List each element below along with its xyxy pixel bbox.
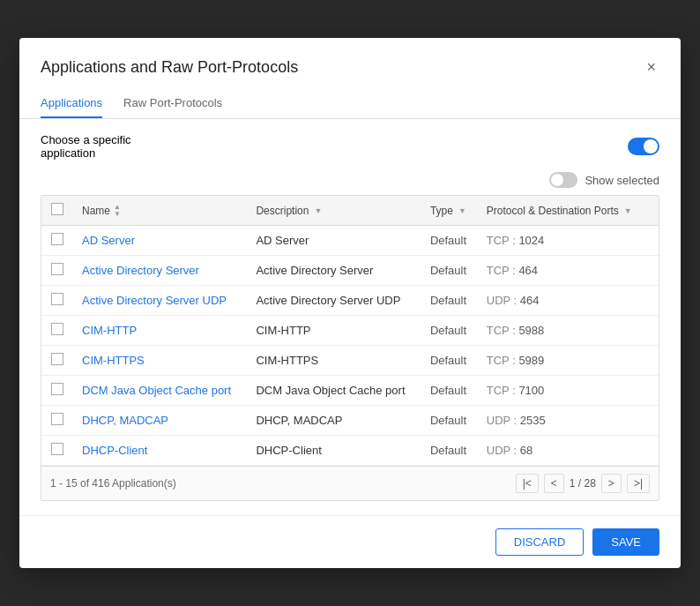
pagination-row: 1 - 15 of 416 Application(s) |< < 1 / 28… — [41, 466, 659, 500]
table-scroll-area[interactable]: Name ▲▼ Description ▼ — [41, 196, 659, 466]
tab-raw-port-protocols[interactable]: Raw Port-Protocols — [123, 89, 222, 118]
applications-table-container: Name ▲▼ Description ▼ — [41, 195, 659, 501]
th-protocol[interactable]: Protocol & Destination Ports ▼ — [478, 196, 648, 226]
discard-button[interactable]: DISCARD — [495, 528, 585, 556]
name-sort-arrows: ▲▼ — [114, 204, 121, 218]
table-row: CIM-HTTP CIM-HTTP Default TCP : 5988 — [41, 316, 659, 346]
choose-application-toggle[interactable] — [628, 138, 659, 155]
row-protocol: TCP : 1024 — [478, 226, 648, 256]
row-scrollbar-spacer — [648, 256, 659, 286]
modal-overlay: Applications and Raw Port-Protocols × Ap… — [0, 0, 700, 606]
modal-title: Applications and Raw Port-Protocols — [41, 58, 298, 77]
row-checkbox-cell — [41, 406, 73, 436]
row-type: Default — [421, 376, 478, 406]
row-checkbox[interactable] — [51, 323, 63, 335]
row-description: AD Server — [247, 226, 421, 256]
th-scrollbar-spacer — [648, 196, 659, 226]
row-checkbox-cell — [41, 346, 73, 376]
pagination-controls: |< < 1 / 28 > >| — [516, 474, 650, 493]
th-checkbox — [41, 196, 73, 226]
row-name: CIM-HTTP — [73, 316, 247, 346]
table-body: AD Server AD Server Default TCP : 1024 A… — [41, 226, 659, 466]
description-filter-icon: ▼ — [314, 206, 322, 215]
row-protocol: UDP : 464 — [478, 286, 648, 316]
row-type: Default — [421, 316, 478, 346]
row-type: Default — [421, 406, 478, 436]
row-name: CIM-HTTPS — [73, 346, 247, 376]
row-checkbox[interactable] — [51, 293, 63, 305]
row-name: DCM Java Object Cache port — [73, 376, 247, 406]
modal-header: Applications and Raw Port-Protocols × — [19, 38, 681, 79]
row-type: Default — [421, 436, 478, 466]
save-button[interactable]: SAVE — [592, 528, 659, 556]
row-name: AD Server — [73, 226, 247, 256]
choose-application-toggle-wrapper — [628, 138, 659, 155]
row-scrollbar-spacer — [648, 376, 659, 406]
th-name[interactable]: Name ▲▼ — [73, 196, 247, 226]
table-row: Active Directory Server UDP Active Direc… — [41, 286, 659, 316]
row-checkbox-cell — [41, 436, 73, 466]
row-checkbox-cell — [41, 226, 73, 256]
row-checkbox-cell — [41, 376, 73, 406]
row-description: DHCP-Client — [247, 436, 421, 466]
show-selected-toggle[interactable] — [549, 172, 577, 188]
next-page-button[interactable]: > — [601, 474, 622, 493]
pagination-info: 1 - 15 of 416 Application(s) — [50, 477, 176, 490]
table-row: DHCP, MADCAP DHCP, MADCAP Default UDP : … — [41, 406, 659, 436]
row-description: CIM-HTTP — [247, 316, 421, 346]
row-scrollbar-spacer — [648, 316, 659, 346]
row-type: Default — [421, 256, 478, 286]
row-scrollbar-spacer — [648, 406, 659, 436]
row-protocol: TCP : 5988 — [478, 316, 648, 346]
row-name: Active Directory Server UDP — [73, 286, 247, 316]
th-type[interactable]: Type ▼ — [421, 196, 478, 226]
select-all-checkbox[interactable] — [51, 203, 63, 215]
protocol-filter-icon: ▼ — [624, 206, 632, 215]
table-row: Active Directory Server Active Directory… — [41, 256, 659, 286]
first-page-button[interactable]: |< — [516, 474, 539, 493]
choose-application-label: Choose a specific application — [41, 133, 131, 160]
row-checkbox-cell — [41, 286, 73, 316]
row-protocol: UDP : 2535 — [478, 406, 648, 436]
row-checkbox-cell — [41, 316, 73, 346]
tabs-bar: Applications Raw Port-Protocols — [19, 89, 681, 119]
tab-applications[interactable]: Applications — [41, 89, 102, 118]
row-scrollbar-spacer — [648, 226, 659, 256]
last-page-button[interactable]: >| — [627, 474, 650, 493]
row-scrollbar-spacer — [648, 286, 659, 316]
table-row: CIM-HTTPS CIM-HTTPS Default TCP : 5989 — [41, 346, 659, 376]
prev-page-button[interactable]: < — [544, 474, 564, 493]
modal: Applications and Raw Port-Protocols × Ap… — [19, 38, 681, 568]
row-type: Default — [421, 286, 478, 316]
modal-body: Choose a specific application Show selec… — [19, 119, 681, 515]
row-checkbox[interactable] — [51, 233, 63, 245]
row-type: Default — [421, 346, 478, 376]
close-button[interactable]: × — [643, 56, 659, 79]
type-filter-icon: ▼ — [458, 206, 466, 215]
row-description: CIM-HTTPS — [247, 346, 421, 376]
row-checkbox[interactable] — [51, 353, 63, 365]
row-description: Active Directory Server — [247, 256, 421, 286]
choose-application-row: Choose a specific application — [41, 133, 659, 160]
row-protocol: TCP : 464 — [478, 256, 648, 286]
table-row: AD Server AD Server Default TCP : 1024 — [41, 226, 659, 256]
row-scrollbar-spacer — [648, 436, 659, 466]
row-checkbox[interactable] — [51, 383, 63, 395]
row-checkbox[interactable] — [51, 263, 63, 275]
th-description[interactable]: Description ▼ — [247, 196, 421, 226]
row-checkbox[interactable] — [51, 443, 63, 455]
row-protocol: TCP : 7100 — [478, 376, 648, 406]
row-type: Default — [421, 226, 478, 256]
table-row: DHCP-Client DHCP-Client Default UDP : 68 — [41, 436, 659, 466]
row-name: DHCP, MADCAP — [73, 406, 247, 436]
row-name: DHCP-Client — [73, 436, 247, 466]
row-checkbox[interactable] — [51, 413, 63, 425]
row-protocol: UDP : 68 — [478, 436, 648, 466]
show-selected-label: Show selected — [585, 174, 659, 187]
show-selected-row: Show selected — [41, 172, 659, 188]
page-info: 1 / 28 — [570, 477, 596, 490]
row-checkbox-cell — [41, 256, 73, 286]
table-row: DCM Java Object Cache port DCM Java Obje… — [41, 376, 659, 406]
row-scrollbar-spacer — [648, 346, 659, 376]
row-description: DHCP, MADCAP — [247, 406, 421, 436]
